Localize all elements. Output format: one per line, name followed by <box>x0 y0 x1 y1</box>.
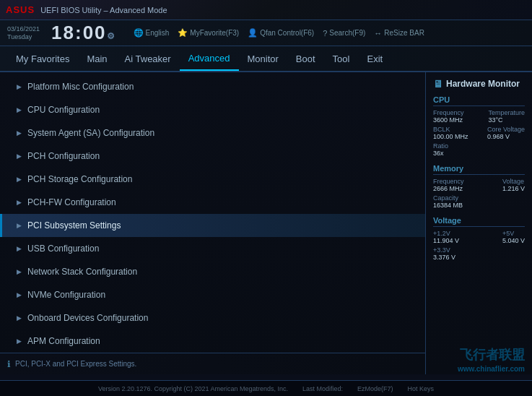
monitor-cpu-temp-label: Temperature <box>488 109 525 116</box>
menu-item-label: PCI Subsystem Settings <box>27 220 121 231</box>
monitor-capacity-value: 16384 MB <box>433 202 525 209</box>
menu-panel: ▶ Platform Misc Configuration ▶ CPU Conf… <box>0 72 425 374</box>
last-modified-label: Last Modified: <box>302 385 343 392</box>
menu-item-label: System Agent (SA) Configuration <box>27 128 154 138</box>
nav-menu: My Favorites Main Ai Tweaker Advanced Mo… <box>0 46 532 72</box>
arrow-icon: ▶ <box>17 222 22 229</box>
time-display: 18:00⚙ <box>51 22 116 44</box>
monitor-ratio-value: 36x <box>433 150 525 157</box>
menu-item-label: Network Stack Configuration <box>27 267 137 277</box>
arrow-icon: ▶ <box>17 152 22 160</box>
monitor-33v-label: +3.3V <box>433 246 525 254</box>
monitor-voltage-title: Voltage <box>433 216 525 227</box>
monitor-core-voltage-value: 0.968 V <box>487 133 525 140</box>
monitor-memory-title: Memory <box>433 164 525 175</box>
arrow-icon: ▶ <box>17 129 22 137</box>
day-display: Tuesday <box>7 33 40 41</box>
menu-item-pch-config[interactable]: ▶ PCH Configuration <box>0 145 425 168</box>
menu-item-label: Onboard Devices Configuration <box>27 313 148 323</box>
shortcut-qfan[interactable]: 👤 Qfan Control(F6) <box>248 28 314 38</box>
monitor-mem-volt-value: 1.216 V <box>502 185 525 192</box>
time-value: 18:00 <box>51 22 107 43</box>
menu-item-system-agent[interactable]: ▶ System Agent (SA) Configuration <box>0 121 425 145</box>
menu-item-label: NVMe Configuration <box>27 290 105 300</box>
monitor-cpu-temp-value: 33°C <box>488 116 525 124</box>
monitor-mem-freq-row: Frequency 2666 MHz Voltage 1.216 V <box>433 178 525 192</box>
menu-item-onboard-devices[interactable]: ▶ Onboard Devices Configuration <box>0 306 425 330</box>
monitor-cpu-bclk-row: BCLK 100.00 MHz Core Voltage 0.968 V <box>433 126 525 140</box>
shortcut-myfavorite[interactable]: ⭐ MyFavorite(F3) <box>178 28 239 38</box>
arrow-icon: ▶ <box>17 268 22 275</box>
monitor-cpu-section: CPU Frequency 3600 MHz Temperature 33°C … <box>433 95 525 157</box>
ez-mode-shortcut[interactable]: EzMode(F7) <box>357 385 393 392</box>
menu-item-label: USB Configuration <box>27 244 99 254</box>
nav-main[interactable]: Main <box>78 48 115 70</box>
status-text: PCI, PCI-X and PCI Express Settings. <box>15 360 136 368</box>
menu-item-label: PCH-FW Configuration <box>27 197 116 207</box>
menu-item-platform-misc[interactable]: ▶ Platform Misc Configuration <box>0 75 425 98</box>
datetime-bar: 03/16/2021 Tuesday 18:00⚙ 🌐 English ⭐ My… <box>0 20 532 46</box>
monitor-cpu-freq-value: 3600 MHz <box>433 116 464 124</box>
monitor-12v-label: +1.2V <box>433 230 459 237</box>
nav-my-favorites[interactable]: My Favorites <box>7 48 78 70</box>
menu-item-label: CPU Configuration <box>27 105 100 115</box>
date-display: 03/16/2021 <box>7 25 40 33</box>
main-content: ▶ Platform Misc Configuration ▶ CPU Conf… <box>0 72 532 374</box>
date-section: 03/16/2021 Tuesday <box>7 25 40 41</box>
monitor-5v-value: 5.040 V <box>502 237 525 244</box>
monitor-mem-freq-value: 2666 MHz <box>433 185 464 192</box>
menu-item-cpu-config[interactable]: ▶ CPU Configuration <box>0 98 425 121</box>
arrow-icon: ▶ <box>17 291 22 298</box>
asus-logo: ASUS <box>6 4 35 15</box>
arrow-icon: ▶ <box>17 83 22 90</box>
monitor-icon: 🖥 <box>433 78 443 90</box>
nav-tool[interactable]: Tool <box>324 48 359 70</box>
info-icon: ℹ <box>7 359 11 369</box>
shortcut-search[interactable]: ? Search(F9) <box>323 28 365 38</box>
arrow-icon: ▶ <box>17 314 22 322</box>
menu-item-apm-config[interactable]: ▶ APM Configuration <box>0 330 425 353</box>
monitor-capacity-row: Capacity 16384 MB <box>433 194 525 209</box>
menu-item-nvme-config[interactable]: ▶ NVMe Configuration <box>0 283 425 306</box>
monitor-volt-12-row: +1.2V 11.904 V +5V 5.040 V <box>433 230 525 244</box>
nav-exit[interactable]: Exit <box>358 48 391 70</box>
monitor-33v-value: 3.376 V <box>433 254 525 261</box>
arrow-icon: ▶ <box>17 337 22 345</box>
monitor-title-text: Hardware Monitor <box>446 79 520 89</box>
monitor-title: 🖥 Hardware Monitor <box>433 78 525 90</box>
monitor-voltage-section: Voltage +1.2V 11.904 V +5V 5.040 V +3.3V… <box>433 216 525 261</box>
bios-title: UEFI BIOS Utility – Advanced Mode <box>40 6 167 14</box>
monitor-cpu-freq-label: Frequency <box>433 109 464 116</box>
menu-item-pch-storage[interactable]: ▶ PCH Storage Configuration <box>0 168 425 191</box>
monitor-cpu-freq-row: Frequency 3600 MHz Temperature 33°C <box>433 109 525 124</box>
version-text: Version 2.20.1276. Copyright (C) 2021 Am… <box>98 385 288 392</box>
arrow-icon: ▶ <box>17 106 22 113</box>
nav-ai-tweaker[interactable]: Ai Tweaker <box>116 48 180 70</box>
menu-item-label: APM Configuration <box>27 336 100 346</box>
status-bar: ℹ PCI, PCI-X and PCI Express Settings. <box>0 353 425 374</box>
version-bar: Version 2.20.1276. Copyright (C) 2021 Am… <box>0 380 532 396</box>
shortcut-resize[interactable]: ↔ ReSize BAR <box>374 28 424 38</box>
monitor-mem-volt-label: Voltage <box>502 178 525 185</box>
arrow-icon: ▶ <box>17 176 22 183</box>
nav-monitor[interactable]: Monitor <box>239 48 287 70</box>
menu-item-usb-config[interactable]: ▶ USB Configuration <box>0 237 425 260</box>
top-bar: ASUS UEFI BIOS Utility – Advanced Mode <box>0 0 532 20</box>
monitor-ratio-row: Ratio 36x <box>433 142 525 157</box>
menu-item-pci-subsystem[interactable]: ▶ PCI Subsystem Settings <box>0 214 425 237</box>
nav-advanced[interactable]: Advanced <box>180 47 239 71</box>
monitor-ratio-label: Ratio <box>433 142 525 150</box>
monitor-cpu-title: CPU <box>433 95 525 106</box>
monitor-5v-label: +5V <box>502 230 525 237</box>
monitor-12v-value: 11.904 V <box>433 237 459 244</box>
menu-item-pch-fw[interactable]: ▶ PCH-FW Configuration <box>0 191 425 214</box>
monitor-bclk-label: BCLK <box>433 126 468 133</box>
monitor-33v-row: +3.3V 3.376 V <box>433 246 525 261</box>
monitor-capacity-label: Capacity <box>433 194 525 202</box>
time-gear-icon[interactable]: ⚙ <box>107 31 116 41</box>
nav-boot[interactable]: Boot <box>287 48 324 70</box>
shortcut-english[interactable]: 🌐 English <box>134 28 170 38</box>
menu-item-network-stack[interactable]: ▶ Network Stack Configuration <box>0 260 425 283</box>
monitor-mem-freq-label: Frequency <box>433 178 464 185</box>
menu-item-label: PCH Configuration <box>27 151 100 161</box>
